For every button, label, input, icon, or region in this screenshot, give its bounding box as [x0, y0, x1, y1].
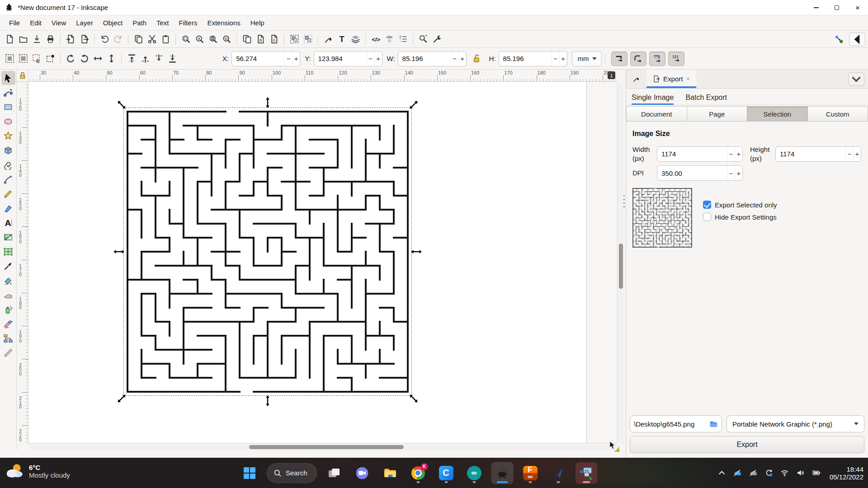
undo-button[interactable] — [98, 33, 111, 46]
y-minus-button[interactable]: − — [367, 52, 374, 66]
zoom-11-button[interactable] — [220, 33, 233, 46]
guide-lock-corner[interactable] — [17, 70, 28, 82]
export-button[interactable] — [77, 33, 91, 46]
height-value[interactable]: 1174 — [776, 150, 845, 158]
dock-menu-button[interactable] — [848, 72, 864, 86]
tab-export[interactable]: Export × — [646, 70, 696, 88]
taskbar-task-view-button[interactable] — [323, 462, 345, 484]
handle-bottom-right[interactable] — [408, 393, 420, 405]
filename-input[interactable]: \Desktop\g6545.png — [630, 415, 722, 432]
panel-resize-grip[interactable] — [622, 188, 626, 215]
tweak-tool[interactable] — [1, 288, 15, 302]
rectangle-tool[interactable] — [1, 100, 15, 114]
handle-middle-left[interactable] — [113, 249, 125, 254]
tray-chevron-icon[interactable] — [715, 467, 728, 479]
align-dialog-button[interactable] — [382, 33, 396, 46]
handle-bottom-left[interactable] — [116, 393, 128, 405]
rotate-ccw-button[interactable] — [64, 52, 77, 66]
h-input[interactable]: 85.196−+ — [499, 51, 567, 66]
printer-button[interactable] — [43, 33, 57, 46]
ellipse-tool[interactable] — [1, 114, 15, 128]
handle-bottom-center[interactable] — [265, 395, 270, 407]
duplicate-button[interactable] — [240, 33, 254, 46]
dropper-tool[interactable] — [1, 259, 15, 273]
group-button[interactable] — [288, 33, 301, 46]
bbox-mode-button[interactable] — [43, 52, 57, 66]
horizontal-ruler[interactable]: 1 30405060708090100110120130140150160170… — [28, 70, 617, 82]
filename-value[interactable]: \Desktop\g6545.png — [634, 420, 707, 428]
text-dialog-button[interactable]: T — [335, 33, 349, 46]
menu-object[interactable]: Object — [99, 17, 127, 29]
rotate-cw-button[interactable] — [77, 52, 91, 66]
unit-dropdown[interactable]: mm — [572, 51, 602, 66]
taskbar-chrome-button[interactable]: K — [407, 462, 429, 484]
y-plus-button[interactable]: + — [374, 52, 382, 66]
height-plus-button[interactable]: + — [853, 147, 861, 161]
pen-tool[interactable] — [1, 172, 15, 186]
taskbar-fusion-360-button[interactable]: F360 — [519, 462, 541, 484]
battery-icon[interactable] — [810, 467, 823, 479]
dpi-plus-button[interactable]: + — [735, 166, 742, 180]
h-value[interactable]: 85.196 — [499, 55, 552, 62]
document-save-button[interactable] — [30, 33, 43, 46]
dpi-input[interactable]: 350.00 − + — [657, 165, 743, 181]
export-selected-only-row[interactable]: Export Selected only — [703, 201, 777, 209]
taskbar-file-explorer-button[interactable] — [379, 462, 401, 484]
taskbar-remote-desktop-button[interactable] — [576, 462, 597, 484]
weather-widget[interactable]: 6°C Mostly cloudy — [5, 462, 70, 481]
text-tool[interactable]: A — [1, 216, 15, 230]
h-plus-button[interactable]: + — [559, 52, 567, 66]
export-selected-only-checkbox[interactable] — [703, 201, 711, 209]
flip-horizontal-button[interactable] — [91, 52, 104, 66]
area-tab-selection[interactable]: Selection — [747, 106, 808, 122]
zoom-selection-button[interactable] — [179, 33, 193, 46]
menu-file[interactable]: File — [5, 17, 24, 29]
measure-tool[interactable] — [1, 346, 15, 360]
connector-tool[interactable] — [1, 331, 15, 345]
minimize-button[interactable] — [806, 0, 826, 15]
handle-top-center[interactable] — [265, 97, 270, 108]
handle-middle-right[interactable] — [410, 249, 422, 254]
preferences-button[interactable] — [430, 33, 443, 46]
taskbar-inkscape-button[interactable] — [491, 462, 513, 484]
y-value[interactable]: 123.984 — [314, 55, 367, 62]
maximize-button[interactable] — [826, 0, 847, 15]
folder-browse-icon[interactable] — [709, 420, 718, 428]
area-tab-page[interactable]: Page — [687, 106, 748, 122]
xml-editor-button[interactable]: </> — [369, 33, 382, 46]
clone-button[interactable]: a — [254, 33, 267, 46]
collapse-arrow-button[interactable] — [849, 33, 865, 46]
ungroup-button[interactable] — [301, 33, 315, 46]
vertical-ruler[interactable]: 120130140150160170180190200210220 — [17, 82, 28, 443]
width-minus-button[interactable]: − — [727, 147, 735, 161]
menu-extensions[interactable]: Extensions — [203, 17, 245, 29]
paint-bucket-tool[interactable] — [1, 273, 15, 287]
x-minus-button[interactable]: − — [284, 52, 292, 66]
flip-vertical-button[interactable] — [104, 52, 118, 66]
hide-export-settings-checkbox[interactable] — [703, 213, 711, 221]
select-all-layers-button[interactable] — [16, 52, 30, 66]
taskbar-start-button[interactable] — [239, 462, 260, 484]
zoom-page-button[interactable] — [206, 33, 220, 46]
width-input[interactable]: 1174 − + — [657, 146, 743, 162]
unlink-clone-button[interactable]: a — [267, 33, 281, 46]
menu-view[interactable]: View — [47, 17, 71, 29]
x-plus-button[interactable]: + — [292, 52, 300, 66]
document-open-button[interactable] — [16, 33, 30, 46]
scale-gradients-toggle[interactable] — [649, 52, 665, 66]
copy-button[interactable] — [132, 33, 145, 46]
search-bar[interactable]: Search — [267, 463, 317, 483]
handle-top-right[interactable] — [408, 99, 420, 111]
select-all-button[interactable] — [3, 52, 16, 66]
onedrive-icon[interactable] — [731, 467, 744, 479]
lower-button[interactable] — [152, 52, 165, 66]
document-new-button[interactable] — [3, 33, 16, 46]
zoom-drawing-button[interactable] — [193, 33, 206, 46]
area-tab-custom[interactable]: Custom — [808, 106, 868, 122]
menu-text[interactable]: Text — [152, 17, 174, 29]
w-minus-button[interactable]: − — [451, 52, 458, 66]
export-button[interactable]: Export — [630, 436, 864, 453]
x-value[interactable]: 56.274 — [232, 55, 284, 62]
w-value[interactable]: 85.196 — [398, 55, 451, 62]
h-minus-button[interactable]: − — [552, 52, 559, 66]
